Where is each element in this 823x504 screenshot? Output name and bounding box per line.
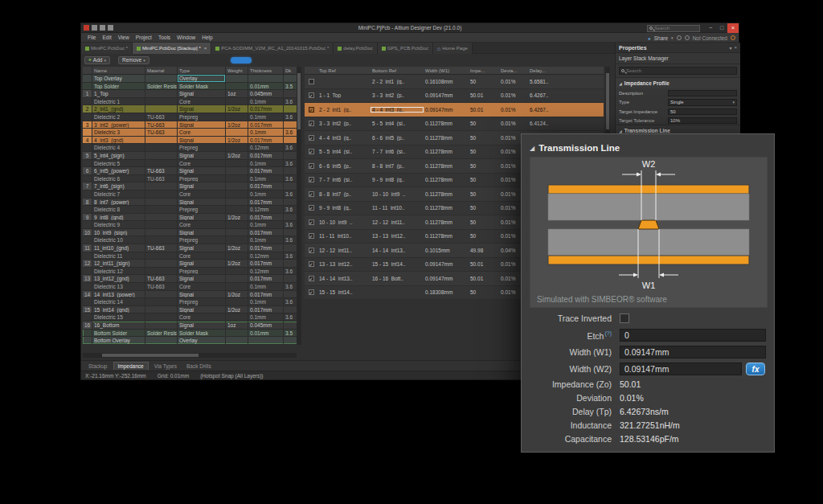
bottom-tab-back-drills[interactable]: Back Drills bbox=[182, 363, 215, 370]
doc-tab[interactable]: delay.PcbDoc bbox=[334, 43, 378, 54]
stackup-row[interactable]: Dielectric 13TU-663Core0.1mm3.6 bbox=[83, 283, 301, 291]
global-search-box[interactable] bbox=[647, 25, 700, 32]
stackup-row[interactable]: 1111_int10_(gnd)TU-663Signal1/2oz0.017mm bbox=[83, 244, 301, 252]
stackup-row[interactable]: 1414_int13_(power)Signal1/2oz0.017mm bbox=[83, 291, 301, 299]
bottom-tab-stackup[interactable]: Stackup bbox=[84, 363, 112, 370]
stackup-row[interactable]: 11_TopSignal1oz0.045mm bbox=[83, 90, 301, 98]
doc-tab[interactable]: ⌂Home Page bbox=[433, 43, 473, 54]
checkbox-icon[interactable]: ✓ bbox=[309, 135, 314, 141]
impedance-profile-section-header[interactable]: ◢ Impedance Profile bbox=[616, 77, 740, 88]
doc-tab[interactable]: GPS_PCB.PcbDoc bbox=[378, 43, 433, 54]
checkbox-icon[interactable]: ✓ bbox=[309, 261, 314, 267]
open-icon[interactable] bbox=[100, 25, 105, 31]
target-tolerance-input[interactable] bbox=[668, 117, 737, 124]
stackup-row[interactable]: Bottom SolderSolder ResistSolder Mask0.0… bbox=[83, 330, 301, 338]
stackup-scrollbar[interactable] bbox=[297, 67, 301, 345]
stackup-row[interactable]: 1515_int14_(gnd)Signal1/2oz0.017mm bbox=[83, 306, 301, 314]
checkbox-icon[interactable]: ✓ bbox=[309, 177, 314, 182]
doc-tab[interactable]: MiniPC.PcbDoc [Stackup] *× bbox=[133, 43, 211, 54]
target-impedance-input[interactable] bbox=[668, 109, 737, 115]
stackup-row[interactable]: 88_int7_(power)Signal0.017mm bbox=[83, 199, 301, 207]
stackup-row[interactable]: 99_int8_(gnd)Signal1/2oz0.017mm bbox=[83, 214, 301, 222]
stackup-row[interactable]: Dielectric 6TU-663Prepreg0.1mm3.6 bbox=[83, 175, 301, 183]
bell-icon[interactable] bbox=[677, 35, 682, 40]
etch-input[interactable] bbox=[620, 329, 766, 342]
checkbox-icon[interactable]: ✓ bbox=[309, 248, 314, 253]
stackup-row[interactable]: 55_int4_(sign)Signal1/2oz0.017mm bbox=[83, 152, 301, 160]
stackup-row[interactable]: Dielectric 11Core0.12mm3.6 bbox=[83, 252, 301, 260]
menu-item-edit[interactable]: Edit bbox=[99, 33, 114, 43]
doc-tab[interactable]: MiniPC.PcbDoc * bbox=[81, 43, 133, 54]
section-expanded-icon[interactable]: ◢ bbox=[530, 145, 534, 152]
bottom-tab-via-types[interactable]: Via Types bbox=[150, 363, 181, 370]
trace-inverted-checkbox[interactable] bbox=[620, 313, 629, 323]
save-icon[interactable] bbox=[92, 25, 97, 31]
checkbox-icon[interactable] bbox=[309, 79, 314, 84]
checkbox-icon[interactable]: ✓ bbox=[309, 121, 314, 126]
stackup-row[interactable]: Dielectric 14Prepreg0.1mm3.6 bbox=[83, 298, 301, 306]
stackup-row[interactable]: Dielectric 7Core0.1mm3.6 bbox=[83, 191, 301, 199]
menu-item-tools[interactable]: Tools bbox=[155, 33, 174, 43]
stackup-row[interactable]: Dielectric 12Prepreg0.12mm3.6 bbox=[83, 268, 301, 276]
undo-icon[interactable] bbox=[108, 25, 113, 31]
stackup-row[interactable]: 77_int6_(sign)Signal0.017mm bbox=[83, 182, 301, 191]
checkbox-icon[interactable]: ✓ bbox=[309, 276, 314, 281]
checkbox-icon[interactable]: ✓ bbox=[309, 191, 314, 197]
highlighted-toggle-button[interactable] bbox=[231, 57, 252, 64]
stackup-row[interactable]: Top SolderSolder ResistSolder Mask0.01mm… bbox=[83, 83, 301, 91]
global-search-input[interactable] bbox=[653, 26, 698, 31]
close-icon[interactable]: × bbox=[734, 45, 737, 50]
bottom-tab-impedance[interactable]: Impedance bbox=[113, 362, 149, 370]
properties-search-box[interactable] bbox=[619, 67, 737, 75]
help-icon[interactable]: (?) bbox=[604, 330, 612, 336]
stackup-row[interactable]: 44_int3_(gnd)Signal1/2oz0.017mm bbox=[83, 137, 301, 145]
impedance-row[interactable]: ✓2 - 2_int1_(g..4 - 4_int3_(g..0.09147mm… bbox=[305, 103, 604, 117]
checkbox-icon[interactable]: ✓ bbox=[309, 149, 314, 154]
menu-item-project[interactable]: Project bbox=[133, 33, 155, 43]
checkbox-icon[interactable]: ✓ bbox=[309, 92, 314, 98]
remove-button[interactable]: Remove ▾ bbox=[118, 56, 149, 64]
checkbox-icon[interactable]: ✓ bbox=[309, 205, 314, 211]
stackup-row[interactable]: 1616_BottomSignal1oz0.045mm bbox=[83, 322, 301, 330]
doc-tab[interactable]: PCA-SODIMM_V2M_RC_A1_20141015.PcbDoc * bbox=[211, 43, 334, 54]
add-button[interactable]: + Add ▾ bbox=[84, 56, 110, 64]
checkbox-icon[interactable]: ✓ bbox=[309, 233, 314, 239]
description-input[interactable] bbox=[668, 90, 737, 96]
close-button[interactable]: × bbox=[727, 23, 739, 33]
menu-item-view[interactable]: View bbox=[115, 33, 133, 43]
maximize-button[interactable]: □ bbox=[716, 23, 727, 33]
fx-button[interactable]: fx bbox=[746, 363, 765, 375]
stackup-row[interactable]: Dielectric 3TU-663Core0.1mm3.6 bbox=[83, 129, 301, 137]
checkbox-icon[interactable]: ✓ bbox=[309, 219, 314, 225]
stackup-row[interactable]: Dielectric 1Core0.1mm3.6 bbox=[83, 98, 301, 106]
horizontal-scrollbar[interactable] bbox=[83, 353, 297, 358]
close-icon[interactable]: × bbox=[204, 46, 207, 51]
menu-item-file[interactable]: File bbox=[84, 33, 99, 43]
minimize-button[interactable]: − bbox=[705, 23, 716, 33]
stackup-row[interactable]: Top OverlayOverlay bbox=[83, 75, 301, 83]
width-w2-input[interactable] bbox=[620, 363, 742, 375]
stackup-row[interactable]: Dielectric 9Core0.1mm3.6 bbox=[83, 221, 301, 229]
connection-status[interactable]: Not Connected bbox=[693, 35, 727, 41]
stackup-row[interactable]: Dielectric 10Prepreg0.1mm3.6 bbox=[83, 236, 301, 244]
checkbox-icon[interactable]: ✓ bbox=[309, 107, 314, 113]
stackup-row[interactable]: 33_int2_(power)TU-663Signal1/2oz0.017mm bbox=[83, 121, 301, 129]
checkbox-icon[interactable]: ✓ bbox=[309, 163, 314, 169]
properties-search-input[interactable] bbox=[624, 68, 735, 73]
share-button[interactable]: Share bbox=[654, 35, 668, 41]
impedance-row[interactable]: ✓3 - 3_int2_(p..5 - 5_int4_(si..0.11278m… bbox=[305, 117, 604, 132]
pin-icon[interactable]: ▾ bbox=[729, 45, 731, 51]
stackup-row[interactable]: Dielectric 5Core0.1mm3.6 bbox=[83, 160, 301, 168]
type-select[interactable]: Single ▾ bbox=[668, 99, 737, 106]
width-w1-input[interactable] bbox=[620, 346, 766, 359]
impedance-row[interactable]: ✓1 - 1_Top3 - 3_int2_(p..0.09147mm50.010… bbox=[305, 89, 604, 104]
checkbox-icon[interactable]: ✓ bbox=[309, 289, 314, 295]
stackup-row[interactable]: 1010_int9_(sign)Signal0.017mm bbox=[83, 229, 301, 237]
stackup-row[interactable]: 1313_int12_(gnd)TU-663Signal0.017mm bbox=[83, 275, 301, 283]
stackup-row[interactable]: Dielectric 2TU-663Prepreg0.1mm3.6 bbox=[83, 113, 301, 121]
stackup-row[interactable]: 66_int5_(power)TU-663Signal0.017mm bbox=[83, 167, 301, 175]
gear-icon[interactable] bbox=[685, 35, 690, 40]
menu-item-help[interactable]: Help bbox=[199, 33, 215, 43]
user-avatar-icon[interactable] bbox=[731, 35, 735, 40]
stackup-row[interactable]: Bottom OverlayOverlay bbox=[83, 337, 301, 345]
